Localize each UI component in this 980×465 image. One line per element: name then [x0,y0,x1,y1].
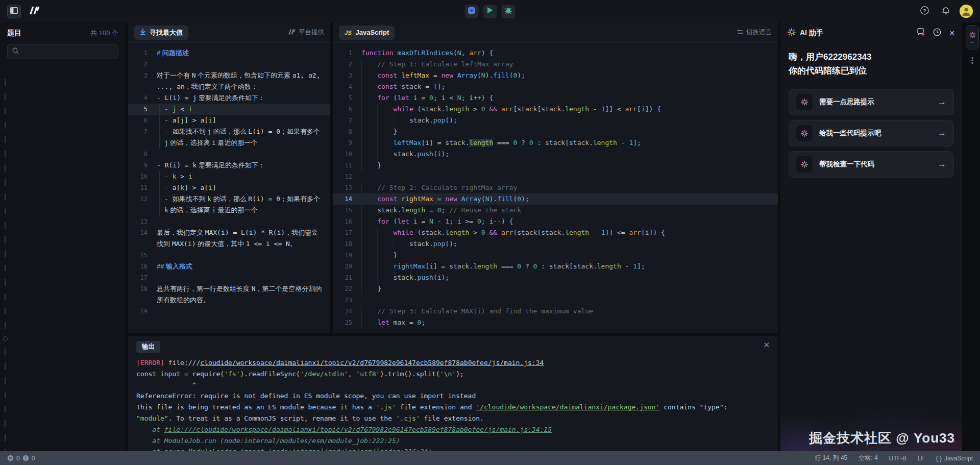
search-box[interactable] [7,44,118,59]
code-token: } [394,128,398,135]
code-token: length [401,206,425,214]
text-segment: 需要满足的条件如下： [197,161,265,169]
code-line[interactable]: 9leftMax[i] = stack.length === 0 ? 0 : s… [333,137,778,149]
problem-line[interactable]: 5- j < i [128,104,330,115]
indent-guide [361,317,377,328]
language-badge[interactable]: JS JavaScript [339,26,395,40]
code-line[interactable]: 4const stack = []; [333,81,778,92]
eol-status[interactable]: LF [918,455,925,462]
help-button[interactable]: ? [918,5,932,18]
problem-line[interactable]: 3对于一个有 N 个元素的数组，包含如下的元素 a1, a2, ..., an，… [128,70,330,92]
code-editor[interactable]: 1function maxOfLRIndices(N, arr) {2// St… [333,43,778,333]
code-line[interactable]: 11} [333,160,778,171]
cursor-position[interactable]: 行 14, 列 45 [815,454,847,462]
code-token: : stack[stack. [533,139,593,146]
problem-line[interactable]: 18总共有两行，第一行是数组长度 N，第二个是空格分割的所有数组的内容。 [128,283,330,306]
problem-editor[interactable]: 1# 问题描述23对于一个有 N 个元素的数组，包含如下的元素 a1, a2, … [128,43,330,333]
stack-file-link[interactable]: file:///cloudide/workspace/daimalianxi/t… [164,426,552,433]
code-line[interactable]: 3const leftMax = new Array(N).fill(0); [333,70,778,81]
problem-line[interactable]: 8 [128,149,330,160]
ai-suggestion-card[interactable]: 给我一些代码提示吧→ [789,120,954,146]
history-clock-icon[interactable] [933,28,941,38]
error-file-link[interactable]: cloudide/workspace/daimalianxi/topic/v2/… [200,359,544,366]
errors-indicator[interactable]: 0 [7,455,20,462]
code-line[interactable]: 5for (let i = 0; i < N; i++) { [333,92,778,104]
problem-line[interactable]: 14最后，我们定义 MAX(i) = L(i) * R(i)，我们需要找到 MA… [128,227,330,250]
problem-line[interactable]: 10- k > i [128,171,330,182]
search-input[interactable] [22,48,113,56]
code-line[interactable]: 20rightMax[i] = stack.length === 0 ? 0 :… [333,261,778,272]
indent-info[interactable]: 空格: 4 [859,454,877,462]
code-line[interactable]: 15stack.length = 0; // Reuse the stack [333,205,778,216]
problem-line[interactable]: 13 [128,216,330,227]
output-segment: ).readFileSync( [240,370,300,378]
problem-line[interactable]: 9- R(i) = k 需要满足的条件如下： [128,160,330,171]
sidebar-skeleton-mark [5,308,6,314]
debug-button[interactable] [502,5,516,18]
indent-guide [361,160,377,171]
code-line[interactable]: 17while (stack.length > 0 && arr[stack[s… [333,227,778,238]
sidebar-skeleton-mark [5,151,6,157]
stop-button[interactable] [465,5,479,18]
code-line[interactable]: 22} [333,283,778,295]
code-line[interactable]: 6while (stack.length > 0 && arr[stack[st… [333,104,778,115]
bug-icon [505,7,512,16]
problem-line[interactable]: 4- L(i) = j 需要满足的条件如下： [128,92,330,104]
code-line[interactable]: 10stack.push(i); [333,149,778,160]
problem-line[interactable]: 19 [128,306,330,317]
code-line[interactable]: 14const rightMax = new Array(N).fill(0); [333,193,778,205]
problem-line-text: - R(i) = k 需要满足的条件如下： [157,160,330,171]
code-line[interactable]: 2// Step 1: Calculate leftMax array [333,59,778,70]
encoding-status[interactable]: UTF-8 [889,455,906,462]
code-line[interactable]: 13// Step 2: Calculate rightMax array [333,182,778,193]
run-button[interactable] [483,5,497,18]
code-line[interactable]: 24// Step 3: Calculate MAX(i) and find t… [333,306,778,317]
code-token: const [377,83,401,90]
ai-close-button[interactable]: ✕ [949,29,955,37]
code-line[interactable]: 23 [333,295,778,306]
code-line[interactable]: 12 [333,171,778,182]
problem-line[interactable]: 7- 如果找不到 j 的话，那么 L(i) = 0；如果有多个 j 的话，选择离… [128,126,330,149]
text-segment: - [164,105,173,113]
language-status[interactable]: { } JavaScript [936,455,973,462]
code-token: && [489,105,497,113]
problem-line[interactable]: 17 [128,272,330,283]
package-json-link[interactable]: '/cloudide/workspace/daimalianxi/package… [476,403,659,411]
code-line[interactable]: 19} [333,250,778,261]
code-line[interactable]: 25let max = 0; [333,317,778,328]
code-line[interactable]: 18stack.pop(); [333,238,778,250]
js-icon: JS [345,30,352,36]
ai-suggestion-card[interactable]: 帮我检查一下代码→ [789,151,954,178]
problem-line[interactable]: 11- a[k] > a[i] [128,182,330,193]
warnings-indicator[interactable]: 0 [22,455,35,462]
problem-line[interactable]: 15 [128,250,330,261]
more-options-button[interactable]: ••• [971,57,974,64]
problem-line[interactable]: 1# 问题描述 [128,47,330,59]
line-number: 17 [128,272,157,283]
new-chat-button[interactable] [917,28,925,38]
code-line-text: stack.length = 0; // Reuse the stack [361,205,778,216]
switch-language-button[interactable]: 切换语言 [737,28,772,37]
problem-line[interactable]: 12- 如果找不到 k 的话，那么 R(i) = 0；如果有多个 k 的话，选择… [128,193,330,216]
ai-toggle-tab[interactable]: •• [966,25,979,50]
code-token: pop [433,116,445,124]
problem-line[interactable]: 6- a[j] > a[i] [128,115,330,126]
code-line[interactable]: 21stack.push(i); [333,272,778,283]
code-line[interactable]: 1function maxOfLRIndices(N, arr) { [333,47,778,59]
output-close-button[interactable]: ✕ [763,341,770,349]
ai-suggestion-card[interactable]: 需要一点思路提示→ [789,89,954,115]
problem-line[interactable]: 2 [128,59,330,70]
code-token: === [493,139,513,146]
sidebar-toggle-button[interactable] [7,5,21,18]
output-tab[interactable]: 输出 [136,341,160,353]
marscode-logo[interactable] [27,5,41,18]
notifications-button[interactable] [939,5,952,18]
problem-line[interactable]: 16## 输入格式 [128,261,330,272]
user-avatar[interactable] [960,5,973,18]
code-token: } [394,251,398,259]
code-line[interactable]: 16for (let i = N - 1; i >= 0; i--) { [333,216,778,227]
code-token: ( [477,71,481,79]
problem-title-pill[interactable]: 寻找最大值 [134,26,188,40]
code-line[interactable]: 8} [333,126,778,137]
code-line[interactable]: 7stack.pop(); [333,115,778,126]
